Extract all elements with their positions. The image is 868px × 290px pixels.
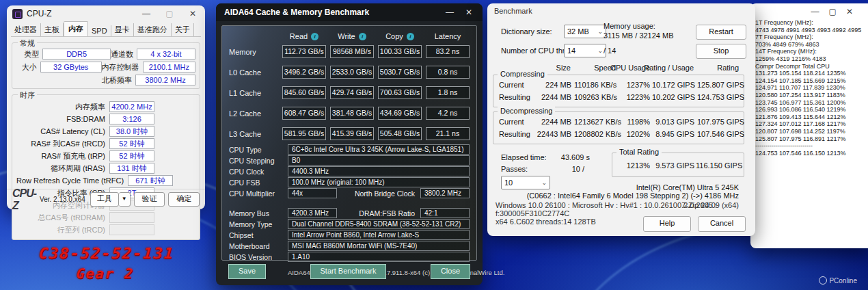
resulting-label: Resulting xyxy=(499,93,530,101)
aida64-titlebar[interactable]: AIDA64 Cache & Memory Benchmark — ✕ xyxy=(216,3,483,21)
tab-mainboard[interactable]: 主板 xyxy=(41,23,64,36)
cpu-clock-row: CPU Clock 4400.3 MHz xyxy=(229,166,470,176)
close-icon[interactable]: ✕ xyxy=(183,7,202,21)
channels-value: 4 x 32-bit xyxy=(137,49,195,60)
decomp-resulting-rating-usage: 8.945 GIPS xyxy=(652,130,694,138)
log-line: 14T Frequency (MHz): xyxy=(755,48,868,55)
bench-header-row: Readi Writei Copyi Latency xyxy=(229,32,470,40)
close-button[interactable]: Close xyxy=(431,264,470,279)
motherboard-row: Motherboard MSI MAG B860M Mortar WiFi (M… xyxy=(229,241,470,251)
timing-label: 循环周期 (tRAS) xyxy=(16,163,109,174)
copy-column-header: Copy xyxy=(385,32,403,40)
oc-line-2: C38-52-52-131 xyxy=(0,243,214,264)
feature-id-line: f:300005F310C2774C xyxy=(496,209,569,218)
info-icon[interactable]: i xyxy=(311,33,318,40)
tab-about[interactable]: 关于 xyxy=(172,23,194,36)
log-line: 120.580 107.254 113.917 1183% xyxy=(755,92,868,99)
sevenzip-titlebar[interactable]: Benchmark xyxy=(487,3,755,18)
timing-label: 总CAS号 (tRDRAM) xyxy=(16,213,109,223)
decomp-current-cpu: 1198% xyxy=(619,118,650,126)
cpu-clock-value: 4400.3 MHz xyxy=(288,166,470,176)
close-icon[interactable]: ✕ xyxy=(846,5,853,18)
start-benchmark-button[interactable]: Start Benchmark xyxy=(310,264,387,279)
elapsed-time-value: 43.609 s xyxy=(535,153,590,161)
log-line: 1T Frequency (MHz): xyxy=(755,19,868,27)
decomp-current-rating-usage: 9.013 GIPS xyxy=(652,118,694,126)
channels-label: 通道数 xyxy=(111,49,137,60)
memory-size-value: 32 GBytes xyxy=(40,62,102,72)
cpu-fsb-value: 100.0 MHz (original: 100 MHz) xyxy=(288,177,470,187)
tab-memory[interactable]: 内存 xyxy=(64,21,88,36)
l0-write: 2533.0 GB/s xyxy=(330,66,374,79)
cpu-multiplier-row: CPU Multiplier 44x North Bridge Clock 38… xyxy=(229,188,470,198)
cpu-type-value: 6C+8c Intel Core Ultra 3 245K (Arrow Lak… xyxy=(288,144,470,155)
save-button[interactable]: Save xyxy=(228,264,266,279)
ok-button[interactable]: 确定 xyxy=(168,192,200,207)
frequency-log-window: — ▢ ✕ 1T Frequency (MHz): 4743 4978 4991… xyxy=(750,3,868,248)
passes-combo[interactable]: 10 ⌄ xyxy=(501,176,550,189)
chipset-row: Chipset Intel Arrow Point B860, Intel Ar… xyxy=(229,230,470,240)
log-line: 127.324 107.012 117.168 1217% xyxy=(755,120,868,128)
memory-bus-row: Memory Bus 4200.3 MHz DRAM:FSB Ratio 42:… xyxy=(229,208,470,218)
chevron-down-icon: ⌄ xyxy=(597,25,603,38)
cpuz-titlebar[interactable]: CPU-Z — ▢ ✕ xyxy=(7,5,205,22)
cpuz-window-title: CPU-Z xyxy=(27,9,133,18)
tools-dropdown-icon[interactable]: ▼ xyxy=(119,192,131,207)
log-line: 126.993 106.086 116.540 1219% xyxy=(755,106,868,114)
system-line: x64 6.C602 threads:14 128TB xyxy=(496,218,596,226)
cpu-threads-combo[interactable]: 14 ⌄ xyxy=(564,44,606,57)
timings-legend: 时序 xyxy=(18,90,37,101)
memory-size-label: 大小 xyxy=(16,62,40,72)
read-column-header: Read xyxy=(290,32,308,40)
log-line: 4743 4978 4991 4993 4993 4992 4995 xyxy=(755,27,868,34)
row-label: L0 Cache xyxy=(229,68,278,77)
timing-value xyxy=(109,224,154,235)
minimize-icon[interactable]: — xyxy=(440,5,459,19)
cpu-stepping-label: CPU Stepping xyxy=(229,157,288,165)
decompressing-groupbox: Decompressing Current 2244 MB 1213627 KB… xyxy=(493,111,744,144)
stop-button[interactable]: Stop xyxy=(696,44,746,59)
tab-cpu[interactable]: 处理器 xyxy=(11,23,41,36)
tab-graphics[interactable]: 显卡 xyxy=(111,23,134,36)
aida64-window: AIDA64 Cache & Memory Benchmark — ✕ Read… xyxy=(216,3,483,285)
minimize-icon[interactable]: — xyxy=(137,7,156,21)
dictionary-size-combo[interactable]: 32 MB ⌄ xyxy=(564,25,606,38)
help-button[interactable]: Help xyxy=(643,216,691,232)
validate-button[interactable]: 验证 xyxy=(134,192,165,207)
close-icon[interactable]: ✕ xyxy=(459,5,478,19)
decomp-resulting-speed: 1208802 KB/s xyxy=(574,130,616,138)
speed-column-header: Speed xyxy=(573,64,616,72)
tab-bench[interactable]: 基准跑分 xyxy=(134,23,172,36)
memory-type-value: Dual Channel DDR5-8400 SDRAM (38-52-52-1… xyxy=(288,219,470,229)
tools-button[interactable]: 工具 xyxy=(90,192,119,207)
memory-type-row: Memory Type Dual Channel DDR5-8400 SDRAM… xyxy=(229,219,470,229)
decomp-current-rating: 107.975 GIPS xyxy=(697,118,740,126)
comp-current-size: 224 MB xyxy=(529,81,571,89)
cpu-fsb-label: CPU FSB xyxy=(229,179,288,187)
l3-latency: 21.1 ns xyxy=(426,127,470,140)
chevron-down-icon: ⌄ xyxy=(597,44,603,57)
aida64-buttons: Save Start Benchmark Close xyxy=(228,264,470,279)
tab-spd[interactable]: SPD xyxy=(88,25,111,36)
imc-value: 2100.1 MHz xyxy=(143,62,195,72)
latency-column-header: Latency xyxy=(435,32,461,40)
frequency-log-titlebar: — ▢ ✕ xyxy=(750,3,868,18)
maximize-icon[interactable]: ▢ xyxy=(829,5,837,18)
dram-fsb-ratio-value: 42:1 xyxy=(420,208,470,218)
cpu-type-row: CPU Type 6C+8c Intel Core Ultra 3 245K (… xyxy=(229,144,470,155)
cpu-stepping-value: B0 xyxy=(288,155,470,166)
cpuz-footer: CPU-Z Ver. 2.13.0.x64 工具 ▼ 验证 确定 xyxy=(7,189,205,209)
compressing-legend: Compressing xyxy=(498,70,547,78)
info-icon[interactable]: i xyxy=(359,33,366,40)
info-icon[interactable]: i xyxy=(407,33,414,40)
minimize-icon[interactable]: — xyxy=(811,5,819,18)
restart-button[interactable]: Restart xyxy=(696,25,746,40)
cancel-button[interactable]: Cancel xyxy=(698,216,746,232)
row-label: Memory xyxy=(229,48,278,56)
timing-label: 行至列 (tRCD) xyxy=(16,225,109,235)
cpuz-logo: CPU-Z xyxy=(12,187,36,212)
timing-label: RAS# 到CAS# (tRCD) xyxy=(16,139,109,149)
aida64-panel: Readi Writei Copyi Latency Memory 112.73… xyxy=(221,25,477,261)
nb-freq-value: 3800.2 MHz xyxy=(135,75,195,85)
general-legend: 常规 xyxy=(18,38,37,49)
